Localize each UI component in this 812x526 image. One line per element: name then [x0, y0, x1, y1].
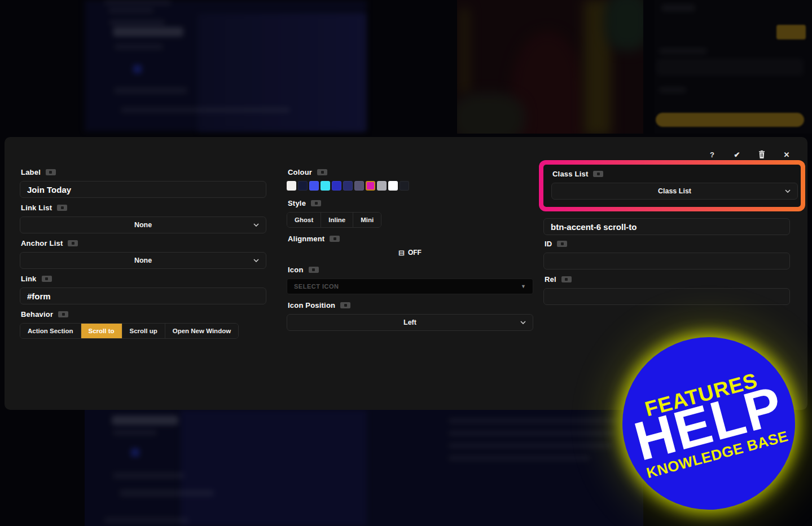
link-input[interactable] — [20, 288, 266, 304]
confirm-icon[interactable]: ✔ — [732, 149, 742, 160]
select-value: None — [134, 221, 152, 229]
link-label: Link — [21, 275, 266, 283]
help-knowledge-base-badge[interactable]: FEATURES HELP KNOWLEDGE BASE — [622, 337, 795, 510]
class-list-label: Class List — [552, 170, 793, 178]
select-value: None — [134, 257, 152, 264]
label-text: Alignment — [288, 235, 324, 243]
column-left: Label Link List None Anchor List None — [20, 168, 266, 339]
behavior-option[interactable]: Scroll to — [81, 324, 122, 338]
chevron-down-icon — [785, 189, 791, 193]
label-field-label: Label — [21, 168, 266, 176]
chevron-down-icon — [253, 223, 259, 227]
icon-position-select[interactable]: Left — [287, 314, 533, 331]
label-text: Icon — [288, 266, 304, 274]
style-segment: GhostInlineMini — [287, 212, 381, 228]
colour-swatch[interactable] — [321, 181, 330, 191]
video-hint-icon[interactable] — [317, 169, 327, 175]
colour-swatch[interactable] — [298, 181, 308, 191]
panel-toolbar: ? ✔ ✕ — [707, 149, 792, 160]
label-text: Icon Position — [288, 301, 335, 310]
column-middle: Colour Style GhostInlineMini Alignment ⊟… — [287, 168, 533, 331]
colour-swatch[interactable] — [377, 181, 387, 191]
behavior-label: Behavior — [21, 310, 266, 319]
alignment-off-icon: ⊟ — [398, 249, 405, 257]
anchor-list-label: Anchor List — [21, 239, 266, 247]
chevron-down-icon — [520, 321, 526, 324]
label-text: Anchor List — [21, 239, 63, 247]
behavior-segment: Action SectionScroll toScroll upOpen New… — [20, 323, 239, 339]
video-hint-icon[interactable] — [68, 240, 78, 246]
alignment-toggle[interactable]: ⊟ OFF — [287, 247, 533, 258]
colour-swatch[interactable] — [388, 181, 398, 191]
help-icon[interactable]: ? — [707, 149, 717, 160]
id-label: ID — [545, 240, 790, 248]
colour-swatches — [287, 181, 533, 191]
label-text: Rel — [545, 275, 556, 284]
label-text: ID — [545, 240, 552, 248]
select-value: Left — [403, 319, 416, 326]
video-hint-icon[interactable] — [309, 267, 319, 273]
video-hint-icon[interactable] — [593, 171, 603, 177]
select-value: Class List — [658, 187, 691, 195]
behavior-option[interactable]: Action Section — [20, 324, 81, 338]
video-hint-icon[interactable] — [311, 200, 321, 206]
id-input[interactable] — [543, 253, 790, 269]
label-text: Colour — [288, 168, 312, 176]
trash-icon[interactable] — [757, 149, 767, 160]
style-option[interactable]: Ghost — [287, 213, 321, 227]
colour-swatch[interactable] — [287, 181, 296, 191]
style-option[interactable]: Inline — [321, 213, 353, 227]
rel-input[interactable] — [543, 288, 790, 305]
style-option[interactable]: Mini — [353, 213, 381, 227]
label-text: Label — [21, 168, 41, 176]
video-hint-icon[interactable] — [561, 276, 572, 282]
chevron-down-icon — [253, 259, 259, 262]
class-list-highlight: Class List Class List — [539, 160, 805, 211]
video-hint-icon[interactable] — [46, 169, 56, 175]
video-hint-icon[interactable] — [57, 205, 67, 211]
class-list-select[interactable]: Class List — [551, 183, 798, 200]
alignment-label: Alignment — [288, 235, 533, 243]
class-list-input[interactable] — [543, 218, 790, 235]
label-text: Style — [288, 199, 306, 207]
style-label: Style — [288, 199, 533, 207]
video-hint-icon[interactable] — [330, 236, 340, 242]
icon-select[interactable]: SELECT ICON ▼ — [287, 279, 533, 294]
badge-text: FEATURES HELP KNOWLEDGE BASE — [625, 364, 792, 483]
screen: ? ✔ ✕ Label Link List None — [0, 0, 812, 526]
icon-label: Icon — [288, 266, 533, 274]
colour-swatch[interactable] — [400, 181, 409, 191]
label-text: Behavior — [21, 310, 53, 319]
dropdown-arrow-icon: ▼ — [521, 284, 526, 289]
video-hint-icon[interactable] — [340, 302, 350, 308]
video-hint-icon[interactable] — [557, 241, 567, 247]
column-right: Class List Class List ID Rel — [543, 160, 790, 305]
video-hint-icon[interactable] — [42, 276, 52, 282]
alignment-state: OFF — [408, 249, 422, 257]
label-text: Class List — [552, 170, 588, 178]
icon-select-placeholder: SELECT ICON — [294, 283, 339, 290]
colour-label: Colour — [288, 168, 533, 176]
link-list-label: Link List — [21, 204, 266, 212]
behavior-option[interactable]: Scroll up — [122, 324, 165, 338]
behavior-option[interactable]: Open New Window — [165, 324, 238, 338]
label-text: Link — [21, 275, 37, 283]
anchor-list-select[interactable]: None — [20, 252, 266, 269]
colour-swatch[interactable] — [354, 181, 364, 191]
rel-label: Rel — [545, 275, 790, 284]
video-hint-icon[interactable] — [58, 311, 68, 317]
colour-swatch[interactable] — [332, 181, 341, 191]
colour-swatch[interactable] — [366, 181, 375, 191]
close-icon[interactable]: ✕ — [782, 149, 792, 160]
label-input[interactable] — [20, 181, 266, 198]
icon-position-label: Icon Position — [288, 301, 533, 310]
colour-swatch[interactable] — [309, 181, 319, 191]
link-list-select[interactable]: None — [20, 216, 266, 233]
label-text: Link List — [21, 204, 52, 212]
colour-swatch[interactable] — [343, 181, 353, 191]
